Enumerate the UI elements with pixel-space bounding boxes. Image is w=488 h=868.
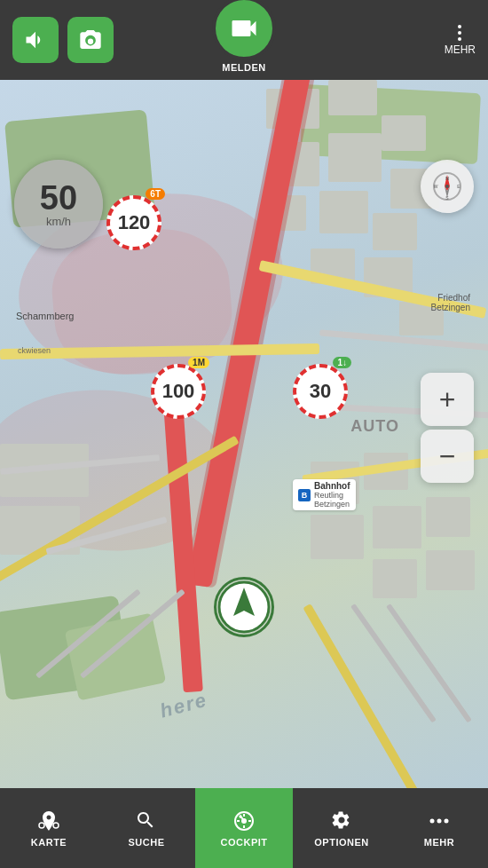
camera-button[interactable] [67, 17, 114, 63]
tab-mehr[interactable]: MEHR [390, 788, 488, 868]
optionen-label: OPTIONEN [314, 837, 368, 848]
speed-circle-120: 120 [106, 195, 161, 250]
badge-30: 1↓ [333, 357, 351, 368]
auto-label: AUTO [350, 417, 399, 436]
suche-icon [134, 809, 159, 833]
tab-suche[interactable]: SUCHE [98, 788, 195, 868]
sound-button[interactable] [12, 17, 59, 63]
top-left-icons [12, 17, 114, 63]
building-block-18 [373, 559, 417, 598]
bahnhof-sign: B Bahnhof Reutling Betzingen [293, 479, 356, 510]
speed-circle-30: 30 [293, 364, 348, 419]
more-top-label: MEHR [445, 43, 476, 56]
camera-icon [78, 28, 103, 52]
bottom-bar: KARTE SUCHE COCKPIT [0, 788, 488, 868]
speed-value: 50 [40, 181, 77, 215]
svg-text:N: N [445, 176, 449, 181]
badge-120: 6T [146, 188, 165, 200]
label-schammberg: Schammberg [16, 311, 74, 321]
suche-label: SUCHE [128, 837, 164, 848]
report-button[interactable]: MELDEN [212, 0, 276, 73]
bahnhof-text: Bahnhof Reutling Betzingen [314, 481, 350, 509]
svg-point-10 [39, 823, 44, 828]
building-block-5 [382, 115, 426, 151]
report-label: MELDEN [222, 62, 265, 73]
speed-unit: km/h [46, 215, 71, 228]
more-dots-icon [458, 25, 461, 41]
sound-icon [23, 28, 48, 52]
report-circle [212, 0, 276, 60]
svg-point-21 [445, 819, 449, 824]
svg-point-11 [53, 823, 59, 828]
tab-karte[interactable]: KARTE [0, 788, 98, 868]
top-bar: MELDEN MEHR [0, 0, 488, 80]
mehr-icon [427, 809, 452, 833]
tab-optionen[interactable]: OPTIONEN [293, 788, 390, 868]
arrow-circle [214, 577, 274, 637]
compass-button[interactable]: N S W E [421, 160, 474, 213]
speed-sign-100: 1M 100 [151, 364, 206, 419]
building-block-17 [426, 497, 470, 537]
building-block-9 [373, 213, 417, 250]
map-area[interactable]: Schammberg ckwiesen Friedhof Betzingen B… [0, 71, 488, 788]
building-block-4 [328, 133, 382, 182]
svg-point-19 [430, 819, 435, 824]
speed-sign-120: 6T 120 [106, 195, 161, 250]
zoom-controls: + − [421, 373, 474, 486]
station-icon: B [298, 489, 311, 501]
zoom-out-button[interactable]: − [421, 430, 474, 483]
cockpit-icon [232, 809, 256, 833]
more-top-button[interactable]: MEHR [445, 25, 476, 56]
badge-100: 1M [188, 357, 209, 368]
navigation-arrow [214, 577, 274, 637]
svg-point-20 [437, 819, 442, 824]
svg-point-3 [445, 185, 449, 188]
karte-label: KARTE [31, 837, 67, 848]
label-kwiesen: ckwiesen [18, 346, 51, 355]
report-icon [228, 12, 260, 44]
building-block-8 [319, 191, 368, 233]
tab-cockpit[interactable]: COCKPIT [195, 788, 293, 868]
building-block-19 [426, 550, 475, 590]
speed-sign-30: 1↓ 30 [293, 364, 348, 419]
building-block-15 [311, 515, 364, 559]
building-block-16 [373, 506, 421, 548]
mehr-label: MEHR [424, 837, 454, 848]
building-block-2 [328, 80, 377, 115]
svg-text:W: W [434, 184, 438, 189]
cockpit-label: COCKPIT [221, 837, 268, 848]
zoom-in-button[interactable]: + [421, 373, 474, 426]
speed-circle-100: 100 [151, 364, 206, 419]
karte-icon [36, 809, 61, 833]
optionen-icon [329, 809, 354, 833]
label-friedhof: Friedhof Betzingen [431, 293, 470, 312]
arrow-svg [217, 580, 271, 634]
compass-icon: N S W E [432, 171, 462, 201]
speed-indicator: 50 km/h [14, 160, 103, 249]
